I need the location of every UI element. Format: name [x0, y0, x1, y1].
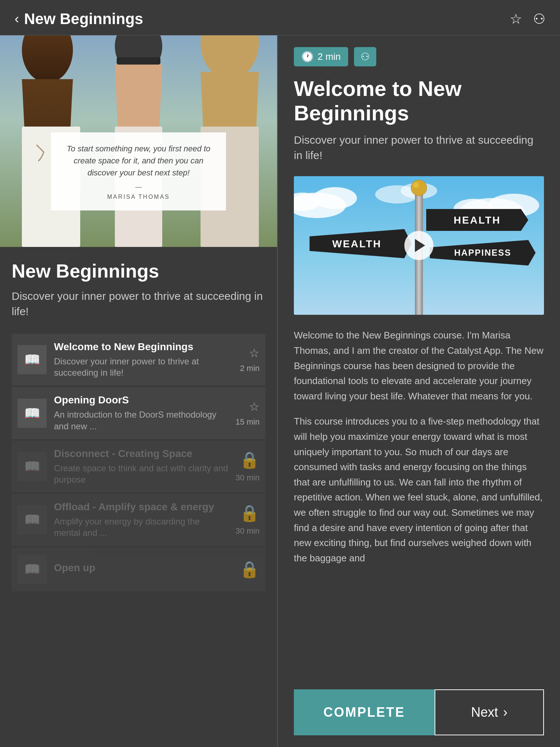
lesson-name: Offload - Amplify space & energy	[54, 501, 228, 513]
play-triangle-icon	[415, 239, 425, 252]
body-text-2: This course introduces you to a five-ste…	[294, 414, 544, 566]
lock-icon: 🔒	[240, 560, 260, 579]
header-icons: ☆ ⚇	[510, 11, 545, 27]
back-button[interactable]: ‹	[15, 11, 19, 27]
svg-text:WEALTH: WEALTH	[332, 238, 382, 249]
lesson-info: Disconnect - Creating Space Create space…	[54, 448, 228, 485]
next-arrow-icon: ›	[503, 705, 508, 720]
course-subtitle: Discover your inner power to thrive at s…	[12, 289, 265, 319]
quote-dash: —	[64, 183, 213, 191]
next-button[interactable]: Next ›	[435, 689, 544, 735]
header: ‹ New Beginnings ☆ ⚇	[0, 0, 560, 35]
svg-text:HEALTH: HEALTH	[454, 214, 501, 226]
list-item: 📖 Open up 🔒	[12, 547, 265, 591]
svg-point-10	[313, 187, 357, 209]
left-content: New Beginnings Discover your inner power…	[0, 247, 277, 604]
svg-text:HAPPINESS: HAPPINESS	[454, 248, 512, 258]
lesson-right: ☆ 15 min	[236, 400, 260, 427]
right-panel: 🕐 2 min ⚇ Welcome to New Beginnings Disc…	[278, 35, 560, 747]
lesson-name: Welcome to New Beginnings	[54, 341, 233, 353]
header-left: ‹ New Beginnings	[15, 10, 143, 28]
lesson-info: Welcome to New Beginnings Discover your …	[54, 341, 233, 378]
list-item: 📖 Disconnect - Creating Space Create spa…	[12, 441, 265, 492]
bookmark-icon[interactable]: ☆	[510, 11, 522, 27]
lesson-icon: 📖	[18, 505, 47, 534]
link-icon[interactable]: ⚇	[533, 11, 545, 27]
course-title: New Beginnings	[12, 260, 265, 282]
lesson-name: Opening DoorS	[54, 394, 228, 406]
content-subtitle: Discover your inner power to thrive at s…	[294, 132, 544, 163]
quote-text: To start something new, you first need t…	[64, 143, 213, 179]
main-content: To start something new, you first need t…	[0, 35, 560, 747]
next-label: Next	[471, 705, 498, 720]
lesson-desc: Amplify your energy by discarding the me…	[54, 516, 228, 538]
quote-author: MARISA THOMAS	[64, 194, 213, 200]
left-panel: To start something new, you first need t…	[0, 35, 277, 747]
star-icon[interactable]: ☆	[249, 346, 260, 360]
lesson-right: 🔒 30 min	[236, 450, 260, 483]
play-button[interactable]	[404, 231, 433, 260]
lesson-info: Opening DoorS An introduction to the Doo…	[54, 394, 228, 431]
lesson-icon: 📖	[18, 555, 47, 584]
svg-point-19	[411, 180, 427, 196]
duration-badge: 🕐 2 min	[294, 47, 348, 66]
page-title: New Beginnings	[24, 10, 143, 28]
list-item[interactable]: 📖 Opening DoorS An introduction to the D…	[12, 387, 265, 439]
lesson-info: Offload - Amplify space & energy Amplify…	[54, 501, 228, 538]
lock-icon: 🔒	[240, 504, 260, 523]
bottom-buttons: COMPLETE Next ›	[294, 679, 544, 747]
lesson-info: Open up	[54, 562, 232, 577]
lesson-desc: An introduction to the DoorS methodology…	[54, 409, 228, 431]
hero-image: To start something new, you first need t…	[0, 35, 277, 247]
lesson-name: Open up	[54, 562, 232, 574]
content-title: Welcome to New Beginnings	[294, 77, 544, 125]
lesson-list: 📖 Welcome to New Beginnings Discover you…	[12, 334, 265, 591]
complete-button[interactable]: COMPLETE	[294, 689, 435, 735]
list-item[interactable]: 📖 Welcome to New Beginnings Discover you…	[12, 334, 265, 386]
svg-point-20	[413, 182, 419, 188]
lesson-duration: 30 min	[236, 473, 260, 483]
lesson-icon: 📖	[18, 345, 47, 374]
lesson-duration: 30 min	[236, 526, 260, 536]
body-text-1: Welcome to the New Beginnings course. I'…	[294, 328, 544, 404]
lesson-duration: 15 min	[236, 417, 260, 427]
video-thumbnail[interactable]: WEALTH HEALTH HAPPINESS	[294, 176, 544, 315]
meta-badges: 🕐 2 min ⚇	[294, 47, 544, 66]
lesson-desc: Discover your inner power to thrive at s…	[54, 356, 233, 378]
lock-icon: 🔒	[240, 450, 260, 469]
list-item: 📖 Offload - Amplify space & energy Ampli…	[12, 494, 265, 546]
clock-icon: 🕐	[301, 51, 314, 63]
lesson-right: 🔒 30 min	[236, 504, 260, 536]
lesson-name: Disconnect - Creating Space	[54, 448, 228, 460]
lesson-icon: 📖	[18, 399, 47, 428]
lesson-duration: 2 min	[240, 364, 260, 373]
star-icon[interactable]: ☆	[249, 400, 260, 414]
duration-text: 2 min	[318, 51, 341, 62]
lesson-right: 🔒	[240, 560, 260, 579]
lesson-desc: Create space to think and act with clari…	[54, 462, 228, 485]
lesson-icon: 📖	[18, 452, 47, 481]
link-badge[interactable]: ⚇	[354, 47, 376, 66]
lesson-right: ☆ 2 min	[240, 346, 260, 373]
svg-rect-3	[117, 57, 160, 65]
quote-box: To start something new, you first need t…	[51, 132, 226, 210]
